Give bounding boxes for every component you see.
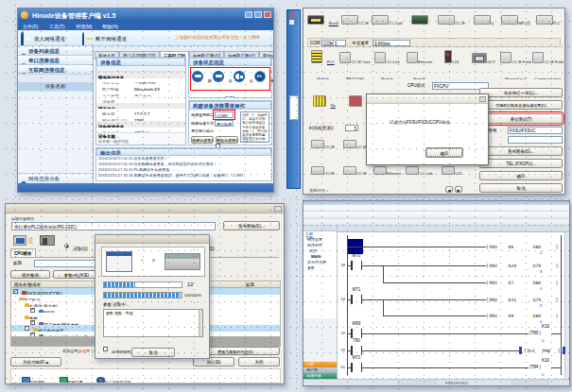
dialog-ok-button[interactable]: 确定	[425, 147, 463, 158]
com-port-field[interactable]: COM 3	[321, 40, 346, 46]
pc-if-net2-board[interactable]: NET(II) Board	[500, 11, 531, 37]
ladder-instruction[interactable]: PLFM98	[524, 349, 560, 353]
clock-setting-item[interactable]: 时钟设置	[55, 370, 87, 383]
ladder-instruction[interactable]: MOVK6D80	[486, 245, 563, 249]
device-row[interactable]: 2海南PLC测试2	[18, 92, 93, 100]
connection-channel-list-button[interactable]: 连接路径一览(L)...	[479, 88, 563, 97]
cpu-module-tab[interactable]: CPU模块	[10, 248, 36, 257]
pc-if-serial-usb[interactable]: Serial USB	[307, 11, 338, 37]
cancel-button[interactable]: 取消	[479, 183, 563, 193]
sidebar-group-device-list[interactable]: 设备列表信息	[18, 46, 93, 56]
close-button[interactable]	[264, 11, 271, 18]
titlebar[interactable]: Hinode设备管理客户端 v1.5	[18, 9, 273, 22]
progress-cancel-button[interactable]: 取消	[131, 348, 175, 357]
ladder-instruction[interactable]: MOVK31D79	[486, 298, 563, 302]
minimize-button[interactable]	[245, 11, 252, 18]
ladder-contact[interactable]	[351, 261, 362, 270]
plc-if-ccie-master[interactable]: CC IE Field Master/Local Module	[500, 50, 531, 79]
page-next-button[interactable]: ▶	[455, 186, 462, 193]
baud-rate-field[interactable]: 9.6Kbps	[373, 40, 410, 46]
prop-value[interactable]: 1989	[134, 119, 144, 122]
direct-connection-button[interactable]: 可编程控制器直接连接设置(D)	[479, 100, 563, 110]
menu-tools[interactable]: 工具(T)	[49, 24, 64, 29]
board-icon	[411, 15, 428, 25]
pc-if-ccie-board[interactable]: CC IE Cont NET/10(H) Board	[339, 11, 371, 37]
melsoft-message-dialog: MELSOFT 应用程序 i 已成功与FX3U/FX3UCCPU连接。 确定	[366, 94, 489, 165]
remote-operation-item[interactable]: 远程操作	[17, 370, 49, 383]
progress-log[interactable]: 参数 读取 : 完成	[103, 309, 203, 337]
dialog-titlebar[interactable]: MELSOFT 应用程序	[367, 94, 488, 104]
serial-usb-icon	[307, 15, 324, 25]
page-prev-button[interactable]: ◀	[445, 186, 453, 193]
plc-if-cclink-module[interactable]: CC-Link Module	[372, 50, 403, 79]
progress-titlebar[interactable]: PLC读取	[95, 235, 209, 244]
remove-channel-button[interactable]: 删除连接通道	[216, 136, 238, 144]
module-data-button[interactable]: 模块数据	[10, 270, 50, 279]
ladder-instruction[interactable]: MOVK7D80	[486, 281, 563, 285]
no-specification[interactable]: No Specification	[307, 94, 341, 120]
account-icon[interactable]	[22, 31, 24, 46]
plc-if-c24[interactable]: C24	[436, 50, 467, 79]
menu-help[interactable]: 帮助(H)	[102, 24, 118, 29]
scrollbar[interactable]	[199, 310, 202, 336]
plc-if-plc-module[interactable]: PLC Module	[307, 50, 338, 79]
disconnect-network-button[interactable]: 断开网络通道	[82, 32, 137, 44]
ladder-editor[interactable]	[338, 232, 564, 379]
time-check-label: 时间检查(秒)	[309, 126, 334, 130]
dialog-titlebar[interactable]: 在线数据操作	[6, 204, 284, 213]
read-radio[interactable]: 读取(U)	[64, 237, 88, 254]
period-input[interactable]: 10	[225, 96, 234, 98]
plc-if-ccie-module[interactable]: CC IE Cont NET/10(H) Module	[339, 50, 371, 79]
time-check-field[interactable]: 5	[345, 125, 358, 131]
ladder-instruction[interactable]: MOVK29D79	[486, 264, 563, 268]
ladder-instruction[interactable]: MOVK9D80	[486, 314, 563, 318]
network-out-icon	[82, 32, 84, 46]
ok-button[interactable]: 确定	[479, 171, 563, 180]
status-icons-group: 网关在线 设备在线 设备连接 0% 通讯质量	[192, 69, 269, 89]
connect-network-button[interactable]: 接入网络通道	[21, 32, 76, 44]
close-dialog-button[interactable]: 关闭	[238, 357, 280, 366]
dialog-close-button[interactable]	[274, 206, 282, 212]
system-image-button[interactable]: 系统图像(G)...	[223, 221, 280, 230]
pc-if-ethernet-board[interactable]: Ethernet Board	[404, 11, 435, 37]
system-image-button[interactable]: 系统图像(G)...	[479, 146, 563, 156]
connection-path-label: 连接目标路径	[11, 216, 34, 221]
menu-manage[interactable]: 管理(M)	[76, 24, 93, 29]
ladder-coil[interactable]: (T80 )	[529, 331, 542, 335]
pc-if-cclink-board[interactable]: CC-Link Board	[372, 11, 403, 37]
plc-if-ccie-head[interactable]: CC IE Field Communication Head Module	[532, 50, 563, 79]
sidebar-group-serial[interactable]: 串口连接信息	[18, 56, 93, 65]
plc-memory-clear-item[interactable]: PLC存储器清除	[93, 370, 134, 383]
dialog-close-button[interactable]	[479, 96, 486, 102]
board-icon	[438, 15, 455, 25]
param-program-button[interactable]: 参数+程序(E)	[53, 270, 100, 279]
plc-if-got[interactable]: GOT	[468, 50, 499, 79]
ladder-contact[interactable]	[351, 346, 362, 355]
ladder-vscrollbar[interactable]	[564, 232, 569, 379]
build-channel-button[interactable]: 构建连接通道	[191, 136, 214, 144]
ladder-coil[interactable]: (T84 )	[529, 365, 542, 369]
pc-if-q-bus[interactable]: Q Series Bus	[468, 11, 499, 37]
com-port-select[interactable]: COM3	[215, 111, 234, 118]
maximize-button[interactable]	[254, 11, 262, 18]
communication-test-button[interactable]: 通信测试(T)	[479, 113, 563, 124]
statusbar: FX3U/FX3UC	[303, 379, 569, 385]
connect-mode-select[interactable]: 串口连接	[215, 120, 234, 127]
device-row[interactable]: 3海南PLC测试1	[18, 100, 93, 109]
prop-value[interactable]: 串口连接	[134, 94, 151, 97]
sidebar-group-internet[interactable]: 互联网连接信息	[18, 65, 93, 75]
mid-ccie-cont[interactable]: CC IE Cont NET/10(H)	[307, 135, 338, 158]
device-row[interactable]: 1西门子200PLC01	[18, 83, 93, 92]
plc-if-ethernet-module[interactable]: Ethernet Module	[404, 50, 435, 79]
bot-ccie-cont[interactable]: CC IE Cont NET/10(H)	[307, 162, 338, 186]
ladder-contact[interactable]	[351, 363, 362, 372]
ladder-contact[interactable]	[351, 329, 362, 338]
pc-if-plc-board[interactable]: PLC Board	[532, 11, 563, 37]
ladder-contact[interactable]	[351, 295, 362, 304]
device-row[interactable]: 4Ricky	[18, 109, 93, 117]
network-device-button[interactable]: 网络连接设备	[18, 173, 93, 183]
pc-if-ccie-field-board[interactable]: CC IE Field Board	[436, 11, 467, 37]
related-functions-button[interactable]: 关联功能(F)▲	[10, 357, 61, 366]
menu-file[interactable]: 文件(F)	[23, 24, 38, 29]
tel-button[interactable]: TEL (FXCPU)...	[479, 159, 563, 168]
